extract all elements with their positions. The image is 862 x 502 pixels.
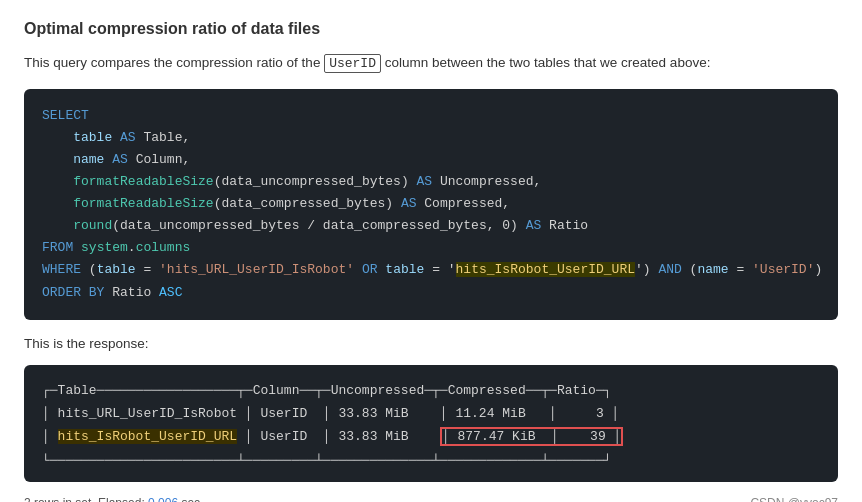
inline-code-userid: UserID bbox=[324, 54, 381, 73]
result-header: ┌─Table──────────────────┬─Column──┬─Unc… bbox=[42, 379, 623, 402]
response-label: This is the response: bbox=[24, 336, 838, 351]
footer: 2 rows in set. Elapsed: 0.006 sec. CSDN … bbox=[24, 496, 838, 502]
brand: CSDN @yyoc97 bbox=[750, 496, 838, 502]
sql-code-block: SELECT table AS Table, name AS Column, f… bbox=[24, 89, 838, 320]
result-footer-line: └────────────────────────┴─────────┴────… bbox=[42, 449, 623, 472]
description: This query compares the compression rati… bbox=[24, 52, 838, 75]
result-block: ┌─Table──────────────────┬─Column──┬─Unc… bbox=[24, 365, 838, 483]
rows-info: 2 rows in set. Elapsed: 0.006 sec. bbox=[24, 496, 203, 502]
page-title: Optimal compression ratio of data files bbox=[24, 20, 838, 38]
result-row-1: │ hits_URL_UserID_IsRobot │ UserID │ 33.… bbox=[42, 402, 623, 425]
result-table: ┌─Table──────────────────┬─Column──┬─Unc… bbox=[42, 379, 623, 473]
result-row-2: │ hits_IsRobot_UserID_URL │ UserID │ 33.… bbox=[42, 425, 623, 448]
